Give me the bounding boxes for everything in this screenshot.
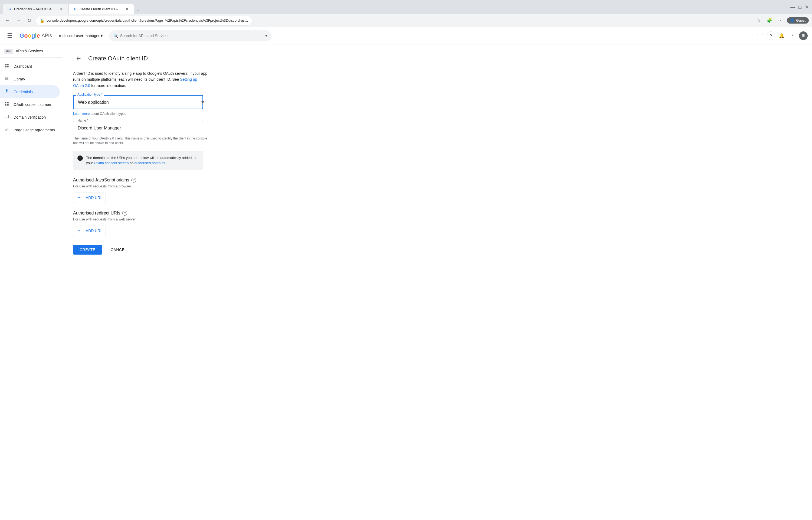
app-type-select-wrapper: Application type * Web application Andro… bbox=[73, 95, 208, 109]
tab-favicon-2: G bbox=[73, 7, 77, 11]
apps-grid-button[interactable]: ⋮⋮ bbox=[756, 31, 764, 40]
page-header: Create OAuth client ID bbox=[73, 53, 801, 64]
page-description: A client ID is used to identify a single… bbox=[73, 71, 208, 88]
url-text: console.developers.google.com/apis/crede… bbox=[47, 19, 248, 23]
js-origins-help-icon[interactable]: ? bbox=[131, 178, 136, 183]
app-type-label: Application type * bbox=[76, 93, 104, 97]
svg-rect-0 bbox=[5, 63, 6, 65]
cancel-button[interactable]: CANCEL bbox=[106, 245, 131, 255]
user-label: Guest bbox=[796, 19, 806, 23]
google-logo-text: Google bbox=[20, 32, 40, 39]
add-uri-redirect-button[interactable]: + + ADD URI bbox=[73, 226, 106, 236]
sidebar-item-page-usage[interactable]: Page usage agreements bbox=[0, 124, 60, 136]
create-label: CREATE bbox=[80, 248, 95, 252]
new-tab-button[interactable]: + bbox=[134, 6, 142, 14]
browser-toolbar-right: ☆ 🧩 ⋮ 👤 Guest bbox=[754, 16, 809, 25]
add-uri-redirect-label: + ADD URI bbox=[83, 229, 102, 233]
sidebar-divider bbox=[0, 57, 62, 58]
user-icon: 👤 bbox=[790, 19, 794, 23]
svg-rect-5 bbox=[5, 102, 6, 103]
sidebar-item-oauth[interactable]: OAuth consent screen bbox=[0, 98, 60, 111]
svg-rect-7 bbox=[5, 104, 6, 106]
api-badge: API bbox=[4, 49, 13, 54]
plus-icon-2: + bbox=[78, 228, 81, 234]
window-controls: — □ ✕ bbox=[790, 4, 809, 10]
bookmark-button[interactable]: ☆ bbox=[754, 16, 763, 25]
learn-more-link[interactable]: Learn more bbox=[73, 112, 90, 115]
api-services-header: API APIs & Services bbox=[0, 47, 62, 55]
project-dropdown-icon: ▾ bbox=[101, 33, 103, 38]
add-uri-js-button[interactable]: + + ADD URI bbox=[73, 192, 106, 203]
user-profile-button[interactable]: 👤 Guest bbox=[787, 17, 809, 24]
close-button[interactable]: ✕ bbox=[805, 4, 809, 10]
sidebar-label-dashboard: Dashboard bbox=[13, 64, 32, 69]
credentials-icon bbox=[4, 88, 9, 95]
dashboard-icon bbox=[4, 63, 9, 69]
sidebar-item-library[interactable]: Library bbox=[0, 73, 60, 85]
more-menu-button[interactable]: ⋮ bbox=[776, 16, 785, 25]
js-origins-title: Authorised JavaScript origins ? bbox=[73, 178, 208, 183]
sidebar-label-library: Library bbox=[13, 77, 25, 81]
sidebar-item-credentials[interactable]: Credentials bbox=[0, 85, 60, 98]
notifications-button[interactable]: 🔔 bbox=[777, 31, 786, 40]
content-area: Create OAuth client ID A client ID is us… bbox=[62, 45, 812, 520]
project-selector[interactable]: ● discord-user-manager ▾ bbox=[56, 32, 105, 40]
tab-close-2[interactable]: ✕ bbox=[124, 6, 130, 11]
reload-button[interactable]: ↻ bbox=[25, 16, 33, 25]
tab-title-2: Create OAuth client ID – APIs &... bbox=[80, 7, 122, 11]
help-button[interactable]: ? bbox=[766, 31, 775, 40]
app-wrapper: ☰ Google APIs ● discord-user-manager ▾ 🔍… bbox=[0, 27, 812, 520]
sidebar-item-domain[interactable]: Domain verification bbox=[0, 111, 60, 124]
app-type-select[interactable]: Web application Android iOS Desktop app … bbox=[73, 95, 203, 109]
avatar-button[interactable]: 3D bbox=[799, 31, 808, 40]
tab-close-1[interactable]: ✕ bbox=[58, 6, 64, 11]
maximize-button[interactable]: □ bbox=[799, 4, 802, 10]
name-input-wrapper: Name bbox=[73, 121, 208, 135]
tab-title-1: Credentials – APIs & Services – d... bbox=[14, 7, 56, 11]
info-text-content: The domains of the URIs you add below wi… bbox=[86, 155, 199, 166]
page-title: Create OAuth client ID bbox=[88, 55, 148, 62]
back-nav-button[interactable]: ← bbox=[3, 16, 12, 25]
sidebar-label-domain: Domain verification bbox=[13, 115, 46, 120]
create-button[interactable]: CREATE bbox=[73, 245, 102, 255]
authorised-domains-link[interactable]: authorised domains bbox=[135, 161, 165, 165]
redirect-uris-desc: For use with requests from a web server bbox=[73, 217, 208, 221]
sidebar-label-credentials: Credentials bbox=[13, 89, 33, 94]
svg-rect-1 bbox=[7, 63, 9, 65]
back-button[interactable] bbox=[73, 53, 84, 64]
forward-nav-button[interactable]: → bbox=[14, 16, 23, 25]
action-row: CREATE CANCEL bbox=[73, 245, 208, 255]
redirect-uris-section: Authorised redirect URIs ? For use with … bbox=[73, 211, 208, 236]
sidebar: API APIs & Services Dashboard Library bbox=[0, 45, 62, 520]
top-app-bar: ☰ Google APIs ● discord-user-manager ▾ 🔍… bbox=[0, 27, 812, 45]
cancel-label: CANCEL bbox=[111, 248, 127, 252]
sidebar-item-dashboard[interactable]: Dashboard bbox=[0, 60, 60, 73]
js-origins-desc: For use with requests from a browser bbox=[73, 184, 208, 188]
name-field: Name The name of your OAuth 2.0 client. … bbox=[73, 121, 208, 146]
search-input[interactable] bbox=[120, 33, 263, 38]
info-icon: i bbox=[77, 155, 83, 161]
oauth-consent-link[interactable]: OAuth consent screen bbox=[94, 161, 129, 165]
sidebar-label-page-usage: Page usage agreements bbox=[13, 128, 55, 132]
name-helper-text: The name of your OAuth 2.0 client. This … bbox=[73, 136, 208, 146]
name-input[interactable] bbox=[73, 121, 203, 135]
minimize-button[interactable]: — bbox=[790, 4, 795, 10]
omnibox-row: ← → ↻ 🔒 console.developers.google.com/ap… bbox=[0, 14, 812, 27]
extensions-button[interactable]: 🧩 bbox=[765, 16, 774, 25]
learn-more-suffix: about OAuth client types bbox=[91, 112, 126, 115]
more-options-button[interactable]: ⋮ bbox=[788, 31, 797, 40]
top-search-bar[interactable]: 🔍 ▾ bbox=[109, 30, 272, 41]
redirect-uris-title: Authorised redirect URIs ? bbox=[73, 211, 208, 215]
page-usage-icon bbox=[4, 127, 9, 133]
svg-point-4 bbox=[6, 89, 7, 91]
redirect-uris-help-icon[interactable]: ? bbox=[122, 211, 127, 215]
tab-oauth[interactable]: G Create OAuth client ID – APIs &... ✕ bbox=[69, 4, 134, 14]
google-apis-logo: Google APIs bbox=[20, 32, 52, 39]
tab-favicon-1: G bbox=[7, 7, 12, 11]
svg-rect-2 bbox=[5, 66, 6, 68]
address-bar[interactable]: 🔒 console.developers.google.com/apis/cre… bbox=[36, 16, 252, 25]
top-bar-right: ⋮⋮ ? 🔔 ⋮ 3D bbox=[756, 31, 808, 40]
domain-icon bbox=[4, 114, 9, 120]
tab-credentials[interactable]: G Credentials – APIs & Services – d... ✕ bbox=[3, 4, 68, 14]
hamburger-button[interactable]: ☰ bbox=[4, 30, 15, 41]
